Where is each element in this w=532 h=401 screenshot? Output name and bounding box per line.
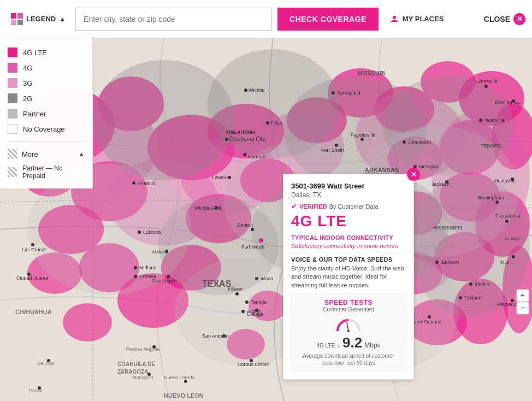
svg-text:−: − [521, 303, 525, 312]
svg-text:Lawton: Lawton [212, 175, 228, 180]
svg-text:+: + [521, 291, 525, 299]
svg-point-80 [332, 91, 335, 95]
svg-text:Piedras Negras: Piedras Negras [126, 346, 160, 352]
svg-point-141 [235, 292, 239, 296]
svg-point-121 [403, 140, 406, 144]
svg-text:TENNES...: TENNES... [481, 143, 505, 149]
3g-swatch [8, 78, 17, 88]
popup-indoor-title: TYPICAL INDOOR CONNECTIVITY [291, 234, 406, 241]
svg-rect-3 [17, 20, 23, 25]
svg-text:Nashville: Nashville [484, 117, 505, 123]
info-popup: ✕ 3501-3699 Watt Street Dallas, TX ✔ VER… [283, 174, 414, 380]
svg-text:Midland: Midland [139, 265, 157, 270]
topbar: LEGEND ▲ CHECK COVERAGE MY PLACES CLOSE … [0, 0, 532, 38]
svg-point-119 [459, 296, 462, 299]
svg-text:Waco: Waco [261, 276, 273, 281]
speed-test-section: SPEED TESTS Customer Generated 4G LTE ↓ … [291, 294, 406, 371]
svg-text:Fayetteville: Fayetteville [351, 132, 376, 138]
search-input[interactable] [75, 8, 272, 31]
legend-panel: 4G LTE 4G 3G 2G Partner No Coverage More… [0, 38, 93, 188]
legend-chevron-icon: ▲ [59, 15, 66, 23]
legend-item-4glte: 4G LTE [8, 45, 85, 60]
svg-text:Bowling G...: Bowling G... [495, 99, 522, 105]
svg-point-74 [259, 238, 263, 243]
svg-text:NUEVO LEON: NUEVO LEON [164, 392, 204, 399]
4g-swatch [8, 63, 17, 73]
svg-text:College: College [247, 311, 264, 317]
speed-reading: 4G LTE ↓ 9.2 Mbps [297, 334, 400, 351]
legend-button[interactable]: LEGEND ▲ [7, 10, 70, 28]
svg-point-72 [132, 181, 135, 185]
svg-text:COAHUILA DE: COAHUILA DE [117, 361, 155, 367]
svg-point-4 [393, 16, 396, 19]
speed-note: Average download speed of customer tests… [297, 352, 400, 367]
svg-text:ZARAGOZA: ZARAGOZA [117, 369, 149, 375]
svg-text:Abilene: Abilene [152, 249, 168, 255]
legend-divider [8, 141, 85, 141]
svg-text:Killeen: Killeen [228, 286, 243, 292]
svg-text:Wichita Falls: Wichita Falls [194, 205, 223, 211]
legend-icon [11, 13, 23, 25]
speed-unit: Mbps [364, 341, 380, 349]
4glte-swatch [8, 48, 17, 57]
svg-text:Las Cruces: Las Cruces [22, 247, 47, 252]
legend-item-2g: 2G [8, 91, 85, 106]
svg-line-174 [347, 322, 348, 331]
speed-lte-label: 4G LTE [316, 343, 335, 349]
close-button[interactable]: CLOSE ✕ [484, 13, 525, 25]
svg-text:Birmingham: Birmingham [478, 195, 504, 200]
svg-point-111 [428, 315, 431, 319]
svg-text:Ciudad Juarez: Ciudad Juarez [16, 275, 49, 281]
svg-point-123 [484, 85, 488, 88]
svg-point-158 [505, 220, 509, 223]
svg-point-115 [495, 200, 499, 204]
svg-text:San Angelo: San Angelo [152, 278, 177, 284]
legend-item-3g: 3G [8, 75, 85, 91]
more-details: Partner — No Prepaid [8, 162, 85, 182]
svg-text:Memphis: Memphis [419, 164, 439, 169]
svg-text:Evansville: Evansville [475, 79, 498, 84]
popup-voice-text: Enjoy the clarity of HD Voice. Surf the … [291, 264, 406, 290]
speedometer [297, 316, 400, 332]
popup-city: Dallas, TX [291, 191, 406, 199]
svg-point-113 [469, 282, 472, 286]
popup-close-button[interactable]: ✕ [407, 168, 420, 181]
svg-text:Lubbock: Lubbock [143, 229, 162, 235]
svg-text:Tulsa: Tulsa [270, 120, 282, 126]
svg-text:Delicias: Delicias [37, 361, 55, 366]
svg-text:Fort Smith: Fort Smith [321, 148, 344, 153]
svg-text:Temple: Temple [251, 299, 267, 305]
svg-text:Amarillo: Amarillo [138, 180, 156, 186]
popup-verified-row: ✔ VERIFIED By Customer Data [291, 202, 406, 210]
svg-rect-0 [11, 13, 16, 19]
svg-text:Wichita: Wichita [249, 87, 265, 93]
svg-point-70 [266, 121, 269, 125]
svg-point-117 [435, 261, 439, 264]
svg-text:Gulfport: Gulfport [464, 295, 482, 300]
svg-text:Nuevo Laredo: Nuevo Laredo [164, 375, 195, 380]
popup-divider-1 [291, 252, 406, 253]
speed-arrow-icon: ↓ [337, 341, 340, 349]
speed-number: 9.2 [342, 334, 362, 351]
more-toggle[interactable]: More ▲ [8, 146, 85, 162]
svg-text:Jackson: Jackson [431, 181, 450, 187]
svg-text:TEXAS: TEXAS [202, 279, 232, 288]
more-stripe-swatch [8, 149, 17, 159]
svg-point-168 [512, 255, 515, 258]
check-coverage-button[interactable]: CHECK COVERAGE [277, 8, 379, 31]
svg-text:MISSOURI: MISSOURI [358, 70, 385, 76]
popup-indoor-subtitle: Satisfactory connectivity in some homes [291, 243, 406, 249]
my-places-button[interactable]: MY PLACES [384, 14, 450, 24]
svg-point-91 [255, 277, 258, 280]
svg-text:Denton: Denton [237, 222, 253, 228]
svg-text:San Antonio: San Antonio [202, 333, 229, 339]
legend-label: LEGEND [26, 15, 56, 23]
svg-text:New Orleans: New Orleans [413, 319, 442, 325]
svg-point-101 [134, 275, 137, 278]
svg-text:Monclova: Monclova [132, 375, 153, 380]
svg-point-95 [241, 310, 245, 313]
svg-text:CHIHUAHUA: CHIHUAHUA [15, 309, 52, 315]
svg-point-103 [31, 243, 34, 246]
svg-text:Corpus Christi: Corpus Christi [238, 362, 269, 367]
svg-point-65 [225, 138, 228, 141]
